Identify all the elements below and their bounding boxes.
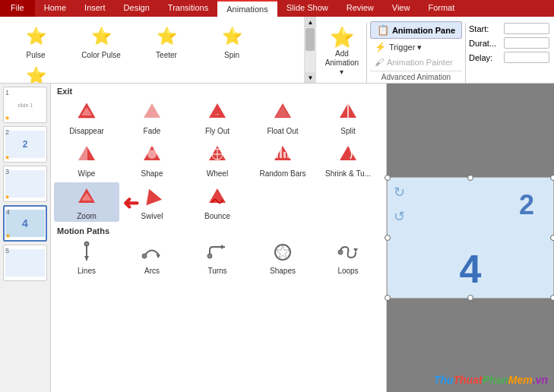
shape-icon: [138, 141, 166, 169]
loops-icon: [334, 239, 362, 266]
arcs-icon: [138, 239, 166, 266]
slide-1-num: 1: [5, 89, 9, 96]
scroll-track: [305, 27, 315, 72]
anim-split[interactable]: Split: [315, 97, 381, 137]
tab-animations[interactable]: Animations: [217, 0, 277, 17]
anim-fade[interactable]: Fade: [119, 97, 185, 137]
wipe-label: Wipe: [78, 169, 96, 178]
tab-transitions[interactable]: Transitions: [159, 0, 217, 17]
start-input[interactable]: [504, 23, 549, 34]
scroll-up-btn[interactable]: ▲: [305, 17, 315, 27]
slide-4[interactable]: 4 ★ 4: [3, 205, 47, 242]
slide-1[interactable]: 1 ★ slide 1: [3, 87, 47, 123]
watermark-mem: Mem: [508, 374, 533, 386]
svg-rect-21: [287, 150, 290, 158]
duration-label: Durat...: [469, 39, 501, 48]
delay-input[interactable]: [504, 52, 549, 63]
handle-tr[interactable]: [550, 175, 554, 181]
anim-lines[interactable]: Lines: [54, 237, 119, 277]
slides-panel: 1 ★ slide 1 2 ★ 2 3 ★ 4 ★ 4: [0, 84, 51, 392]
anim-shape[interactable]: Shape: [119, 140, 185, 179]
svg-marker-25: [141, 186, 162, 205]
scroll-down-btn[interactable]: ▼: [305, 72, 315, 83]
slide-2-num: 2: [5, 128, 9, 136]
scroll-thumb[interactable]: [305, 28, 315, 51]
anim-turns[interactable]: Turns: [185, 237, 250, 277]
loops-label: Loops: [337, 267, 358, 275]
svg-rect-20: [283, 152, 286, 158]
tab-view[interactable]: View: [383, 0, 419, 17]
slide-5-num: 5: [5, 247, 9, 254]
spin-icon: ⭐: [218, 23, 245, 50]
teeter-icon: ⭐: [153, 23, 180, 50]
duration-input[interactable]: [504, 37, 549, 49]
delay-label: Delay:: [469, 53, 501, 62]
delay-row: Delay:: [469, 52, 549, 63]
handle-bm[interactable]: [467, 295, 473, 301]
anim-spin[interactable]: ⭐ Spin: [199, 21, 264, 61]
anim-wheel[interactable]: Wheel: [185, 140, 250, 179]
shrink-turn-icon: [334, 141, 362, 169]
float-out-label: Float Out: [267, 127, 298, 135]
shrink-turn-label: Shrink & Tu...: [325, 169, 371, 178]
anim-random-bars[interactable]: Random Bars: [250, 140, 315, 179]
anim-disappear[interactable]: Disappear: [54, 97, 119, 137]
svg-point-37: [338, 250, 343, 254]
anim-shrink-turn[interactable]: Shrink & Tu...: [315, 140, 381, 179]
handle-br[interactable]: [550, 295, 554, 301]
slide-3[interactable]: 3 ★: [3, 166, 47, 202]
handle-tm[interactable]: [467, 175, 473, 181]
split-label: Split: [340, 127, 355, 135]
anim-fly-out[interactable]: → Fly Out: [185, 97, 250, 137]
anim-bounce[interactable]: Bounce: [185, 182, 250, 222]
tab-review[interactable]: Review: [337, 0, 383, 17]
spin-label: Spin: [224, 51, 239, 59]
shape-label: Shape: [141, 169, 163, 178]
slide-5[interactable]: 5: [3, 245, 47, 281]
svg-point-33: [207, 254, 212, 258]
slide-canvas: ↻ ↺ 2 4: [387, 177, 554, 299]
disappear-label: Disappear: [69, 127, 104, 135]
anim-color-pulse[interactable]: ⭐ Color Pulse: [68, 21, 134, 61]
trigger-icon: ⚡: [375, 42, 386, 52]
anim-shapes[interactable]: Shapes: [250, 237, 315, 277]
anim-arcs[interactable]: Arcs: [119, 237, 185, 277]
anim-teeter[interactable]: ⭐ Teeter: [134, 21, 199, 61]
bounce-label: Bounce: [204, 212, 230, 220]
watermark: ThuThuatPhanMem.vn: [434, 374, 548, 386]
anim-zoom[interactable]: Zoom ➜: [54, 182, 119, 222]
slide-2[interactable]: 2 ★ 2: [3, 126, 47, 163]
trigger-button[interactable]: ⚡ Trigger ▾: [370, 40, 462, 54]
divider: [366, 23, 367, 84]
tab-format[interactable]: Format: [419, 0, 464, 17]
gallery-scrollbar: ▲ ▼: [305, 17, 315, 83]
anim-float-out[interactable]: Float Out: [250, 97, 315, 137]
anim-pulse[interactable]: ⭐ Pulse: [3, 21, 68, 61]
color-pulse-label: Color Pulse: [81, 51, 121, 59]
pulse-label: Pulse: [26, 51, 45, 59]
anim-loops[interactable]: Loops: [315, 237, 381, 277]
tab-design[interactable]: Design: [115, 0, 159, 17]
handle-lm[interactable]: [385, 235, 391, 241]
anim-wipe[interactable]: Wipe: [54, 140, 119, 179]
color-pulse-icon: ⭐: [87, 23, 115, 50]
handle-tl[interactable]: [385, 175, 391, 181]
watermark-phan: Phan: [483, 374, 508, 386]
motion-row1: Lines Arcs Turns: [51, 236, 386, 278]
svg-point-34: [275, 245, 290, 260]
tab-insert[interactable]: Insert: [75, 0, 115, 17]
tab-home[interactable]: Home: [35, 0, 75, 17]
canvas-area: ↻ ↺ 2 4 Thu: [387, 84, 554, 392]
grow-shrink-icon: ⭐: [22, 62, 49, 83]
svg-point-12: [147, 150, 157, 159]
anim-grow-shrink[interactable]: ⭐ Grow/Shrink: [3, 61, 68, 83]
add-animation-icon: ⭐: [330, 26, 354, 49]
handle-rm[interactable]: [550, 235, 554, 241]
tab-file[interactable]: File: [0, 0, 35, 17]
add-animation-button[interactable]: ⭐ AddAnimation ▾: [321, 23, 363, 80]
animation-painter-button[interactable]: 🖌 Animation Painter: [370, 55, 462, 69]
animation-pane-button[interactable]: 📋 Animation Pane: [370, 21, 462, 39]
handle-bl[interactable]: [385, 295, 391, 301]
shapes-icon: [269, 239, 296, 266]
tab-slideshow[interactable]: Slide Show: [277, 0, 337, 17]
